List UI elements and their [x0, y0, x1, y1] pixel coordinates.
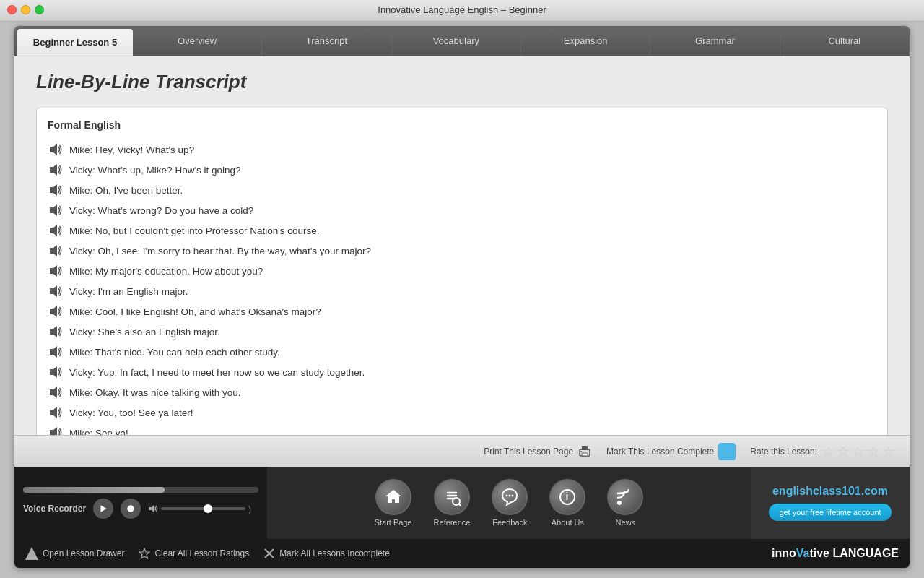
record-button[interactable]: [121, 499, 141, 519]
reference-label: Reference: [434, 518, 471, 527]
transcript-line: Mike: Cool. I like English! Oh, and what…: [48, 301, 876, 322]
speaker-audio-icon[interactable]: [48, 202, 64, 218]
speaker-audio-icon[interactable]: [48, 324, 64, 340]
star-2[interactable]: ☆: [837, 443, 850, 460]
complete-checkbox[interactable]: [718, 443, 736, 460]
svg-marker-1: [50, 164, 57, 176]
clear-ratings-button[interactable]: Clear All Lesson Ratings: [139, 548, 249, 559]
start-page-label: Start Page: [375, 518, 412, 527]
star-1[interactable]: ☆: [821, 443, 834, 460]
tab-cultural[interactable]: Cultural: [780, 26, 910, 56]
maximize-button[interactable]: [35, 5, 44, 14]
mark-incomplete-button[interactable]: Mark All Lessons Incomplete: [263, 548, 390, 559]
svg-marker-7: [50, 285, 57, 297]
tab-grammar[interactable]: Grammar: [650, 26, 780, 56]
transcript-line: Vicky: Oh, I see. I'm sorry to hear that…: [48, 241, 876, 261]
transcript-line: Mike: That's nice. You can help each oth…: [48, 342, 876, 362]
svg-marker-0: [50, 144, 57, 155]
complete-label: Mark This Lesson Complete: [606, 447, 714, 457]
star-3[interactable]: ☆: [852, 443, 865, 460]
audio-progress[interactable]: [23, 487, 258, 493]
tab-transcript[interactable]: Transcript: [262, 26, 391, 56]
transcript-line: Mike: Hey, Vicky! What's up?: [48, 139, 876, 160]
incomplete-label: Mark All Lessons Incomplete: [279, 548, 390, 558]
x-icon: [263, 548, 275, 559]
speaker-audio-icon[interactable]: [48, 425, 64, 435]
transcript-text: Vicky: Oh, I see. I'm sorry to hear that…: [69, 246, 371, 256]
ratings-label: Clear All Lesson Ratings: [154, 548, 249, 558]
volume-track[interactable]: [161, 507, 245, 510]
transcript-text: Mike: Cool. I like English! Oh, and what…: [69, 306, 321, 317]
signup-domain-text: englishclass101.com: [772, 485, 888, 497]
speaker-audio-icon[interactable]: [48, 263, 64, 279]
transcript-line: Mike: No, but I couldn't get into Profes…: [48, 220, 876, 241]
drawer-label: Open Lesson Drawer: [43, 548, 124, 558]
traffic-lights: [7, 5, 44, 14]
tab-overview[interactable]: Overview: [133, 26, 262, 56]
news-icon-circle: [607, 479, 643, 515]
svg-marker-10: [50, 346, 57, 358]
footer: Voice Recorder ): [14, 467, 910, 539]
signup-button[interactable]: get your free lifetime account: [769, 504, 892, 521]
print-label: Print This Lesson Page: [484, 447, 573, 457]
nav-start-page[interactable]: Start Page: [375, 479, 412, 527]
speaker-audio-icon[interactable]: [48, 405, 64, 420]
tab-expansion[interactable]: Expansion: [521, 26, 650, 56]
tab-active[interactable]: Beginner Lesson 5: [17, 29, 133, 56]
svg-marker-3: [50, 204, 57, 216]
minimize-button[interactable]: [21, 5, 30, 14]
speaker-audio-icon[interactable]: [48, 283, 64, 299]
audio-progress-fill: [23, 487, 165, 493]
close-button[interactable]: [7, 5, 17, 14]
svg-rect-16: [582, 446, 588, 450]
nav-feedback[interactable]: Feedback: [492, 479, 528, 527]
svg-point-29: [506, 495, 508, 497]
speaker-audio-icon[interactable]: [48, 243, 64, 259]
speaker-audio-icon[interactable]: [48, 303, 64, 319]
star-icon: [139, 548, 150, 559]
nav-news[interactable]: News: [607, 479, 643, 527]
speaker-audio-icon[interactable]: [48, 364, 64, 380]
volume-slider[interactable]: ): [148, 504, 258, 514]
transcript-line: Vicky: What's up, Mike? How's it going?: [48, 160, 876, 180]
speaker-audio-icon[interactable]: [48, 223, 64, 238]
svg-marker-12: [50, 387, 57, 398]
speaker-audio-icon[interactable]: [48, 142, 64, 158]
bottom-bar: Open Lesson Drawer Clear All Lesson Rati…: [14, 539, 910, 568]
tab-vocabulary[interactable]: Vocabulary: [392, 26, 521, 56]
nav-about-us[interactable]: i About Us: [549, 479, 585, 527]
speaker-audio-icon[interactable]: [48, 384, 64, 400]
rate-label: Rate this Lesson:: [750, 447, 817, 457]
transcript-line: Vicky: Yup. In fact, I need to meet her …: [48, 362, 876, 382]
svg-marker-4: [50, 225, 57, 236]
speaker-audio-icon[interactable]: [48, 344, 64, 360]
news-label: News: [616, 518, 636, 527]
transcript-text: Vicky: What's up, Mike? How's it going?: [69, 165, 241, 176]
svg-text:i: i: [566, 491, 569, 502]
svg-line-28: [458, 504, 461, 506]
speaker-audio-icon[interactable]: [48, 162, 64, 178]
about-icon-circle: i: [549, 479, 585, 515]
svg-marker-14: [50, 427, 57, 435]
nav-reference[interactable]: Reference: [434, 479, 471, 527]
svg-point-21: [127, 505, 134, 512]
star-rating[interactable]: ☆ ☆ ☆ ☆ ☆: [821, 443, 895, 460]
speaker-audio-icon[interactable]: [48, 182, 64, 198]
svg-point-30: [509, 495, 511, 497]
content-area: Line-By-Line Transcript Formal English M…: [14, 56, 910, 435]
volume-thumb[interactable]: [204, 504, 212, 513]
svg-marker-11: [50, 366, 57, 378]
open-drawer-button[interactable]: Open Lesson Drawer: [25, 547, 124, 560]
svg-marker-9: [50, 326, 57, 337]
transcript-text: Mike: Hey, Vicky! What's up?: [69, 144, 194, 155]
complete-button[interactable]: Mark This Lesson Complete: [606, 443, 736, 460]
star-5[interactable]: ☆: [882, 443, 895, 460]
about-label: About Us: [552, 518, 584, 527]
svg-rect-17: [582, 453, 588, 456]
transcript-line: Mike: Okay. It was nice talking with you…: [48, 382, 876, 402]
svg-marker-5: [50, 245, 57, 256]
play-button[interactable]: [93, 499, 113, 519]
print-button[interactable]: Print This Lesson Page: [484, 444, 592, 459]
star-4[interactable]: ☆: [867, 443, 880, 460]
transcript-text: Mike: Oh, I've been better.: [69, 185, 183, 196]
